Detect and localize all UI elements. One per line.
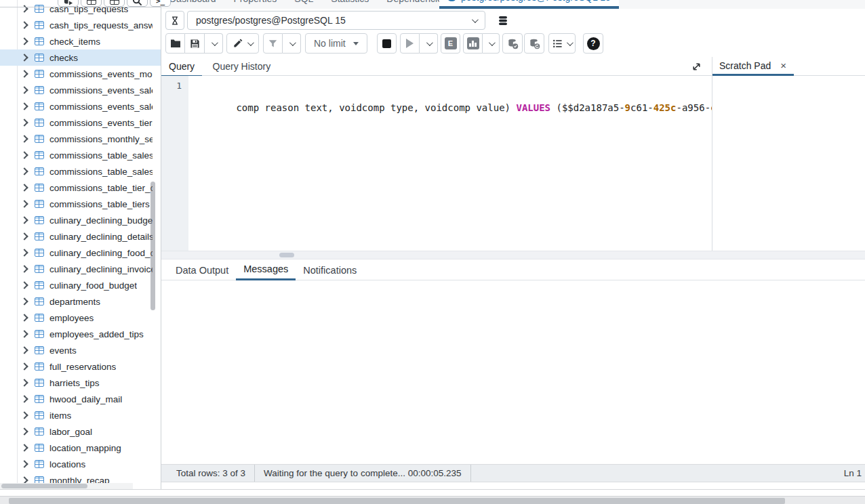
horizontal-splitter[interactable] (161, 251, 865, 259)
tree-item-table[interactable]: employees (0, 310, 161, 326)
query-tool-button[interactable] (58, 0, 79, 7)
tree-item-table[interactable]: harriets_tips (0, 375, 161, 391)
edit-menu-button[interactable] (226, 33, 259, 54)
tab-query[interactable]: Query (161, 58, 202, 77)
tree-item-table[interactable]: commissions_events_sales_ (0, 82, 161, 98)
chevron-right-icon[interactable] (20, 427, 28, 435)
tree-item-table[interactable]: departments (0, 293, 161, 310)
rollback-button[interactable] (524, 33, 544, 54)
tree-item-table[interactable]: commissions_events_tiers (0, 114, 161, 131)
tree-item-table[interactable]: commissions_monthly_seas (0, 131, 161, 147)
chevron-right-icon[interactable] (20, 265, 28, 272)
document-tab[interactable]: Properties (234, 0, 277, 4)
chevron-right-icon[interactable] (20, 37, 28, 45)
tab-query-history[interactable]: Query History (205, 57, 279, 76)
view-data-button[interactable] (81, 0, 102, 7)
splitter-handle[interactable] (279, 253, 294, 257)
execute-options-dropdown[interactable] (420, 33, 438, 54)
expand-panel-button[interactable] (690, 60, 702, 72)
chevron-right-icon[interactable] (20, 119, 28, 126)
filter-options-dropdown[interactable] (283, 33, 301, 54)
window-horizontal-scrollbar-thumb[interactable] (9, 498, 785, 504)
tree-item-table[interactable]: hwood_daily_mail (0, 391, 161, 407)
tree-item-table[interactable]: location_mapping (0, 440, 161, 456)
scratch-pad-textarea[interactable] (712, 76, 865, 251)
chevron-right-icon[interactable] (20, 135, 28, 142)
chevron-right-icon[interactable] (20, 395, 28, 402)
chevron-right-icon[interactable] (20, 70, 28, 77)
macros-menu-button[interactable] (548, 33, 576, 54)
tree-horizontal-scrollbar-thumb[interactable] (1, 484, 87, 488)
document-tab[interactable]: SQL (294, 0, 313, 4)
tree-item-table[interactable]: culinary_declining_invoices (0, 261, 161, 277)
explain-button[interactable]: E (441, 33, 460, 54)
tree-item-table[interactable]: culinary_food_budget (0, 277, 161, 293)
explain-analyze-button[interactable] (463, 33, 483, 54)
active-query-tool-tab[interactable]: postgres/postgres@PostgreSQL 15 (439, 0, 619, 9)
tree-item-table[interactable]: commissions_table_sales_b (0, 147, 161, 163)
tree-vertical-scrollbar[interactable] (150, 182, 155, 310)
tree-item-table[interactable]: checks (0, 49, 161, 66)
tree-item-table[interactable]: events (0, 342, 161, 358)
connection-dropdown[interactable]: postgres/postgres@PostgreSQL 15 (187, 11, 485, 30)
connection-status-button[interactable] (165, 11, 184, 30)
tree-item-table[interactable]: items (0, 407, 161, 423)
chevron-right-icon[interactable] (20, 362, 28, 370)
chevron-right-icon[interactable] (20, 232, 28, 240)
chevron-right-icon[interactable] (20, 330, 28, 337)
close-icon[interactable]: × (780, 60, 786, 70)
tree-item-table[interactable]: culinary_declining_budget_p (0, 212, 161, 228)
save-file-button[interactable] (185, 33, 205, 54)
tree-item-table[interactable]: cash_tips_requests_answers (0, 17, 161, 33)
chevron-right-icon[interactable] (20, 151, 28, 159)
chevron-right-icon[interactable] (20, 102, 28, 110)
document-tab[interactable]: Dashboard (169, 0, 216, 4)
row-limit-select[interactable]: No limit (305, 33, 367, 54)
chevron-right-icon[interactable] (20, 281, 28, 289)
execute-button[interactable] (400, 33, 420, 54)
output-tab[interactable]: Data Output (168, 259, 236, 280)
save-options-dropdown[interactable] (205, 33, 223, 54)
chevron-right-icon[interactable] (20, 249, 28, 256)
tree-item-table[interactable]: commissions_table_tier_cor (0, 180, 161, 196)
tree-item-table[interactable]: commissions_table_sales_g (0, 163, 161, 180)
explain-options-dropdown[interactable] (483, 33, 500, 54)
filtered-rows-button[interactable] (104, 0, 125, 7)
chevron-right-icon[interactable] (20, 200, 28, 207)
commit-button[interactable] (502, 33, 523, 54)
tree-item-table[interactable]: employees_added_tips (0, 326, 161, 342)
chevron-right-icon[interactable] (20, 86, 28, 93)
chevron-right-icon[interactable] (20, 444, 28, 451)
tree-item-table[interactable]: culinary_declining_details (0, 228, 161, 245)
document-tab[interactable]: Dependencies (386, 0, 447, 4)
stop-button[interactable] (377, 33, 397, 54)
chevron-right-icon[interactable] (20, 379, 28, 386)
output-tab[interactable]: Notifications (296, 259, 364, 280)
tree-item-table[interactable]: commissions_events_sales_ (0, 98, 161, 114)
chevron-right-icon[interactable] (20, 216, 28, 224)
code-area[interactable]: comp_reason_text, voidcomp_type, voidcom… (188, 76, 712, 251)
chevron-right-icon[interactable] (20, 54, 28, 61)
chevron-right-icon[interactable] (20, 21, 28, 28)
tree-item-table[interactable]: check_items (0, 33, 161, 49)
chevron-right-icon[interactable] (20, 314, 28, 321)
chevron-right-icon[interactable] (20, 297, 28, 305)
tree-item-table[interactable]: commissions_events_month (0, 66, 161, 82)
output-tab[interactable]: Messages (236, 259, 296, 280)
window-horizontal-scrollbar[interactable] (0, 496, 865, 504)
new-connection-button[interactable] (493, 11, 513, 30)
help-button[interactable]: ? (583, 33, 603, 54)
chevron-right-icon[interactable] (20, 167, 28, 175)
open-file-button[interactable] (165, 33, 185, 54)
tree-item-table[interactable]: culinary_declining_food_cos (0, 245, 161, 261)
tree-item-table[interactable]: locations (0, 456, 161, 472)
psql-tool-button[interactable]: >_ (150, 0, 171, 7)
tree-item-table[interactable]: labor_goal (0, 423, 161, 440)
filter-button[interactable] (263, 33, 283, 54)
chevron-right-icon[interactable] (20, 346, 28, 354)
chevron-right-icon[interactable] (20, 460, 28, 467)
tree-item-table[interactable]: full_reservations (0, 358, 161, 375)
document-tab[interactable]: Statistics (331, 0, 369, 4)
chevron-right-icon[interactable] (20, 411, 28, 419)
chevron-right-icon[interactable] (20, 184, 28, 191)
